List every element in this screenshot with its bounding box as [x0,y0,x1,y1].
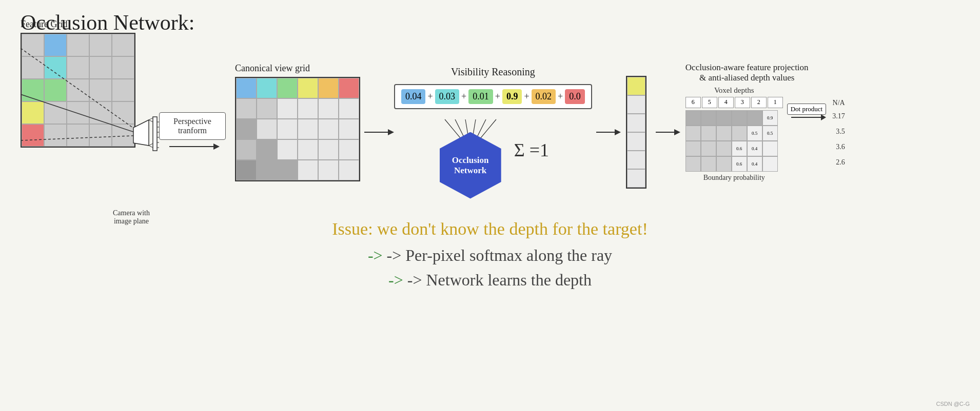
voxel-nums: 6 5 4 3 2 1 [685,97,783,108]
rv-317: 3.17 [830,109,847,124]
visibility-label: Visibility Reasoning [451,66,535,78]
rv-36: 3.6 [830,139,847,155]
canonical-row5 [236,160,359,180]
boundary-grid: 0.9 0.5 0.5 0.6 [685,110,783,172]
vis-val-0: 0.04 [401,89,426,104]
point2-text: -> Network learns the depth [407,271,592,289]
perspective-label: Perspectivetranform [159,112,226,140]
svg-line-7 [149,146,154,148]
watermark: CSDN @C-G [936,401,970,407]
voxel-3: 3 [735,97,750,108]
vis-val-4: 0.02 [532,89,556,104]
voxel-1: 1 [768,97,783,108]
svg-line-5 [149,120,154,122]
canonical-grid [235,77,360,181]
to-final-arrow [652,111,680,133]
vis-val-5: 0.0 [565,89,585,104]
final-content: Voxel depths 6 5 4 3 2 1 [685,86,847,182]
page-title: Occlusion Network: [21,10,959,35]
point1-text: -> Per-pixel softmax along the ray [387,246,613,264]
bottom-point1: -> -> Per-pixel softmax along the ray [21,243,959,268]
vis-val-3: 0.9 [502,89,522,104]
visibility-section: Visibility Reasoning 0.04 + 0.03 + 0.01 … [394,61,592,183]
voxel-4: 4 [718,97,734,108]
lines-area: OcclusionNetwork [437,117,504,183]
main-container: Occlusion Network: Feature Grid [0,0,980,411]
voxel-6: 6 [685,97,701,108]
dp-arrow [791,117,822,118]
dot-product-area: Dot product [787,101,826,118]
bottom-issue: Issue: we don't know the depth for the t… [21,219,959,239]
to-visibility-arrow [360,111,394,133]
rv-na: N/A [830,97,847,109]
boundary-area: Voxel depths 6 5 4 3 2 1 [685,86,783,182]
right-values-area: N/A 3.17 3.5 3.6 2.6 [830,97,847,170]
voxel-depths-label: Voxel depths [685,86,783,95]
occlusion-row: OcclusionNetwork Σ =1 [437,117,549,183]
output-col-wrapper [621,55,652,189]
canonical-row3 [236,119,359,139]
vis-val-1: 0.03 [435,89,460,104]
feature-grid [21,33,135,148]
vis-formula-box: 0.04 + 0.03 + 0.01 + 0.9 + 0.02 + 0.0 [394,84,592,109]
rv-35: 3.5 [830,124,847,139]
voxel-5: 5 [702,97,717,108]
arrow-icon-2: -> [388,271,403,289]
svg-line-6 [149,143,154,146]
bottom-section: Issue: we don't know the depth for the t… [21,219,959,292]
canonical-top-row [236,78,359,98]
bottom-point2: -> -> Network learns the depth [21,268,959,292]
svg-marker-3 [133,120,149,146]
diagram-wrapper: Feature Grid [21,40,959,204]
to-output-arrow [592,111,621,133]
sigma-text: Σ =1 [514,139,549,161]
output-col [626,76,646,189]
camera-label: Camera withimage plane [113,209,150,225]
arrow-icon-1: -> [368,246,383,264]
rv-26: 2.6 [830,155,847,170]
dot-product-box: Dot product [787,104,826,115]
perspective-arrow: Perspectivetranform [154,97,231,147]
feature-grid-label: Feature Grid [21,19,67,30]
canonical-row2 [236,98,359,119]
canonical-section: Canonical view grid [235,63,360,181]
perspective-arrow-line [169,146,215,147]
voxel-2: 2 [751,97,767,108]
final-section: Occlusion-aware feature projection& anti… [685,63,847,182]
diagram-row: Feature Grid [21,40,959,204]
feature-grid-section: Feature Grid [21,19,150,225]
canonical-row4 [236,139,359,160]
boundary-label: Boundary probability [685,174,783,182]
canonical-label: Canonical view grid [235,63,310,74]
output-label: Occlusion-aware feature projection& anti… [685,63,809,83]
svg-line-4 [149,117,154,120]
vis-val-2: 0.01 [468,89,493,104]
